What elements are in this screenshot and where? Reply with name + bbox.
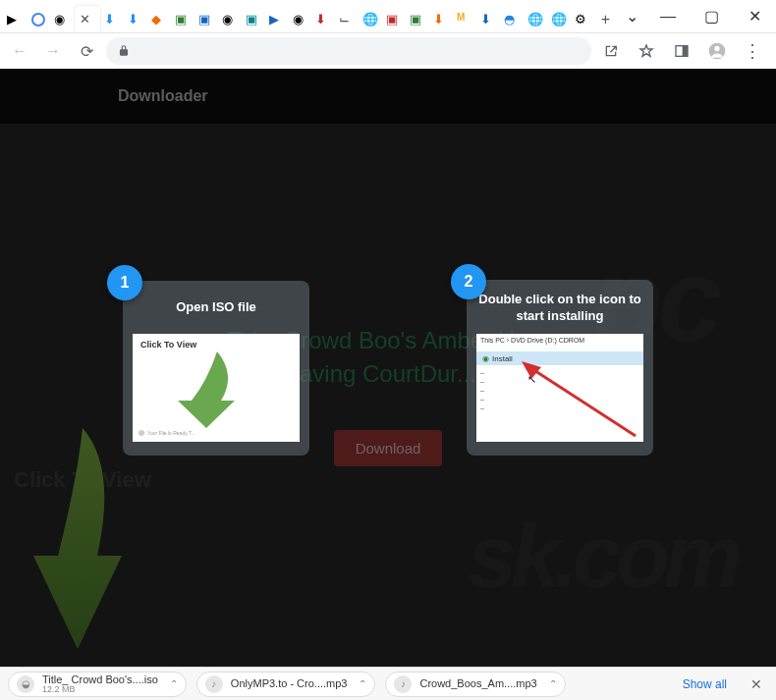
- address-actions: ⋮: [597, 37, 770, 65]
- tab-video[interactable]: ▶: [265, 8, 288, 30]
- tab-cloud-1[interactable]: ⬇: [101, 8, 124, 30]
- share-icon[interactable]: [597, 37, 625, 65]
- svg-point-4: [714, 46, 719, 51]
- tab-yellow-m[interactable]: M: [454, 8, 476, 30]
- thumb-label: Click To View: [140, 340, 196, 350]
- thumb-dot-icon: [139, 430, 144, 436]
- thumb-footer-text: Your File Is Ready T...: [147, 430, 195, 436]
- tab-round-b[interactable]: ◓: [500, 8, 523, 30]
- lock-icon: [116, 43, 132, 59]
- side-panel-icon[interactable]: [668, 37, 695, 65]
- svg-point-0: [32, 14, 44, 26]
- card-title-2: Double click on the icon to start instal…: [476, 292, 643, 325]
- download-item-3[interactable]: ♪ Crowd_Boos_Am....mp3 ⌃: [385, 672, 565, 697]
- download-item-2[interactable]: ♪ OnlyMP3.to - Cro....mp3 ⌃: [196, 672, 376, 697]
- window-titlebar: ▶ ◉ ✕ ⬇ ⬇ ◆ ▣ ▣ ◉ ▣ ▶ ◉ ⬇ ⌙ 🌐 ▣ ▣ ⬇ M ⬇ …: [0, 0, 776, 33]
- download-name: Title_ Crowd Boo's....iso: [42, 674, 158, 685]
- download-size: 12.2 MB: [42, 685, 158, 694]
- chevron-up-icon[interactable]: ⌃: [355, 678, 366, 689]
- tab-active[interactable]: ✕: [75, 6, 100, 33]
- card-thumb-1: Click To View Your File Is Ready T...: [133, 334, 300, 442]
- new-tab-button[interactable]: +: [594, 8, 617, 30]
- download-name: Crowd_Boos_Am....mp3: [419, 678, 536, 689]
- bookmark-icon[interactable]: [633, 37, 660, 65]
- tab-generic-2[interactable]: ◉: [218, 8, 241, 30]
- dimmed-overlay: [0, 69, 776, 667]
- file-icon: ♪: [205, 675, 223, 693]
- tab-red-sq[interactable]: ▣: [383, 8, 406, 30]
- minimize-button[interactable]: —: [646, 2, 690, 31]
- forward-button[interactable]: →: [39, 37, 67, 65]
- url-field[interactable]: [106, 37, 591, 65]
- chevron-up-icon[interactable]: ⌃: [545, 678, 557, 689]
- tab-strip: ▶ ◉ ✕ ⬇ ⬇ ◆ ▣ ▣ ◉ ▣ ▶ ◉ ⬇ ⌙ 🌐 ▣ ▣ ⬇ M ⬇ …: [0, 0, 617, 32]
- card-title-1: Open ISO file: [133, 293, 300, 324]
- address-bar: ← → ⟳ ⋮: [0, 33, 776, 69]
- page-viewport: Downloader pc sk.com Title: Crowd Boo's …: [0, 69, 776, 667]
- tab-globe-3[interactable]: 🌐: [547, 8, 570, 30]
- tab-globe-2[interactable]: 🌐: [524, 8, 546, 30]
- svg-marker-6: [522, 361, 541, 379]
- red-arrow-icon: [520, 359, 637, 438]
- tab-blue-1[interactable]: ▣: [194, 8, 217, 30]
- chevron-up-icon[interactable]: ⌃: [166, 678, 178, 689]
- window-close-button[interactable]: ✕: [733, 2, 776, 31]
- maximize-button[interactable]: ▢: [690, 2, 733, 31]
- svg-line-5: [529, 367, 636, 436]
- disc-icon: ◉: [482, 354, 489, 363]
- tab-green-1[interactable]: ▣: [171, 8, 194, 30]
- step-badge-1: 1: [107, 265, 142, 300]
- menu-icon[interactable]: ⋮: [739, 37, 766, 65]
- tab-google[interactable]: [28, 8, 50, 30]
- tab-teal[interactable]: ▣: [242, 8, 264, 30]
- downloads-bar: ◒ Title_ Crowd Boo's....iso 12.2 MB ⌃ ♪ …: [0, 667, 776, 700]
- tab-gear[interactable]: ⚙: [571, 8, 593, 30]
- explorer-breadcrumb: This PC › DVD Drive (D:) CDROM: [480, 337, 584, 344]
- file-icon: ◒: [17, 675, 34, 693]
- profile-icon[interactable]: [703, 37, 731, 65]
- tabs-dropdown-button[interactable]: ⌄: [617, 2, 646, 31]
- step-badge-2: 2: [451, 264, 486, 299]
- tab-generic-3[interactable]: ◉: [289, 8, 311, 30]
- back-button[interactable]: ←: [6, 37, 33, 65]
- tab-blue-dl[interactable]: ⬇: [476, 8, 499, 30]
- card-open-iso: 1 Open ISO file Click To View Your File …: [123, 281, 309, 456]
- tab-orange[interactable]: ◆: [148, 8, 171, 30]
- tab-generic-1[interactable]: ◉: [51, 8, 74, 30]
- green-arrow-icon: [172, 351, 241, 430]
- reload-button[interactable]: ⟳: [73, 37, 100, 65]
- svg-rect-2: [683, 46, 688, 57]
- tab-orange-dl[interactable]: ⬇: [430, 8, 453, 30]
- show-all-button[interactable]: Show all: [675, 673, 735, 695]
- file-icon: ♪: [394, 675, 412, 693]
- downloads-close-button[interactable]: ✕: [745, 673, 768, 696]
- install-label: Install: [492, 354, 513, 363]
- window-controls: ⌄ — ▢ ✕: [617, 0, 776, 32]
- tab-generic-4[interactable]: ⌙: [336, 8, 359, 30]
- tab-globe-1[interactable]: 🌐: [360, 8, 382, 30]
- download-name: OnlyMP3.to - Cro....mp3: [231, 678, 348, 689]
- tab-youtube[interactable]: ▶: [4, 8, 27, 30]
- download-item-1[interactable]: ◒ Title_ Crowd Boo's....iso 12.2 MB ⌃: [8, 672, 187, 697]
- tab-green-2[interactable]: ▣: [407, 8, 429, 30]
- card-thumb-2: This PC › DVD Drive (D:) CDROM ◉ Install…: [476, 334, 643, 442]
- card-double-click: 2 Double click on the icon to start inst…: [467, 280, 653, 457]
- tab-red-dl[interactable]: ⬇: [312, 8, 335, 30]
- tab-cloud-2[interactable]: ⬇: [125, 8, 147, 30]
